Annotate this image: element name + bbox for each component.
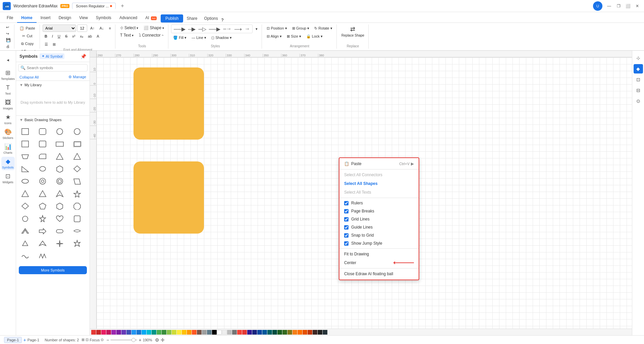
shape-pentagon-2[interactable] [36,200,49,212]
shape-circle-fill[interactable] [71,126,84,137]
color-swatch-near-black[interactable] [318,330,322,335]
color-swatch-yellow[interactable] [177,330,181,335]
options-button[interactable]: Options [201,14,221,22]
tab-advanced[interactable]: Advanced [115,13,141,23]
sidebar-item-stickers[interactable]: 🎨 Stickers [1,127,15,141]
add-tab-button[interactable]: ＋ [118,2,126,9]
color-swatch-very-dark-brown[interactable] [313,330,317,335]
sidebar-item-charts[interactable]: 📊 Charts [1,142,15,155]
shape-rect-shadow[interactable] [71,138,84,150]
shape-ring[interactable] [36,176,49,187]
shape-trapezoid[interactable] [19,151,32,162]
redo-button[interactable]: ↪ [4,31,13,37]
shape-hexagon[interactable] [53,163,66,175]
shape-rect-wide[interactable] [53,138,66,150]
maximize-button[interactable]: ⬜ [624,2,632,10]
show-jump-style-item[interactable]: Show Jump Style [339,239,419,247]
color-swatch-blue[interactable] [131,330,136,335]
publish-button[interactable]: Publish [161,14,183,22]
arrow-style-3[interactable]: ─▷ [197,26,207,32]
shape-oval[interactable] [19,176,32,187]
shape-right-triangle-2[interactable] [36,188,49,199]
sidebar-collapse-button[interactable]: ◀ [1,53,15,67]
color-swatch-orange[interactable] [187,330,192,335]
color-swatch-very-dark-amber[interactable] [298,330,302,335]
shape-square-rounded[interactable] [71,213,84,224]
rulers-checkbox[interactable] [344,201,348,205]
tab-symbols[interactable]: Symbols [92,13,115,23]
shape-parallelogram[interactable] [71,176,84,187]
zoom-slider[interactable] [110,339,137,341]
shape-star-5[interactable] [36,213,49,224]
shape-capsule[interactable] [53,225,66,237]
text-button[interactable]: T Text ▾ [118,32,136,39]
grid-lines-item[interactable]: Grid Lines [339,215,419,223]
more-symbols-button[interactable]: More Symbols [19,266,87,274]
color-swatch-white[interactable] [217,330,222,335]
shape-right-triangle[interactable] [19,163,32,175]
color-swatch-teal[interactable] [152,330,156,335]
arrow-style-2[interactable]: --▶ [187,26,197,32]
paste-button[interactable]: 📋 Paste [17,24,37,32]
search-input[interactable] [27,66,85,70]
line-button[interactable]: — Line ▾ [190,34,208,41]
strikethrough-button[interactable]: S [63,33,69,40]
color-swatch-grey[interactable] [202,330,207,335]
print-button[interactable]: 🖨 [4,44,13,49]
shape-zigzag[interactable] [36,250,49,261]
group-button[interactable]: ⊞ Group ▾ [290,24,312,32]
list-button[interactable]: ☰ [43,41,50,48]
tab-home[interactable]: Home [17,13,36,23]
color-swatch-light-blue[interactable] [142,330,146,335]
sidebar-item-text[interactable]: T Text [1,83,15,96]
shape-small-triangle[interactable] [19,188,32,199]
guide-lines-checkbox[interactable] [344,225,348,230]
shape-heart[interactable] [53,213,66,224]
italic-button[interactable]: I [50,33,55,40]
page-breaks-item[interactable]: Page Breaks [339,207,419,215]
restore-button[interactable]: ❐ [614,2,623,10]
color-swatch-very-dark-yellow[interactable] [292,330,297,335]
color-swatch-dark-red[interactable] [96,330,101,335]
replace-shape-button[interactable]: ⇄ Replace Shape [339,24,366,38]
shape-square-2[interactable] [19,138,32,150]
color-swatch-dark-purple[interactable] [116,330,121,335]
mini-btn-4[interactable]: ⊟ [634,86,643,95]
close-ai-item[interactable]: Close Edraw AI floating ball [339,269,419,278]
color-swatch-very-dark-light-blue[interactable] [262,330,267,335]
settings-bottom-button[interactable]: ⚙ [155,337,159,343]
color-swatch-very-dark-purple[interactable] [247,330,252,335]
color-swatch-very-dark-indigo[interactable] [252,330,257,335]
shape-star-burst[interactable] [71,238,84,249]
fit-button[interactable]: ⊡ [86,338,89,342]
underline-button[interactable]: U [56,33,62,40]
color-swatch-brown[interactable] [197,330,202,335]
tab-view[interactable]: View [75,13,92,23]
shape-wave[interactable] [19,250,32,261]
shape-pentagon[interactable] [36,163,49,175]
color-swatch-deep-orange[interactable] [192,330,197,335]
font-family-select[interactable]: Arial [43,24,76,32]
tab-ai[interactable]: AI hot [141,13,161,23]
position-button[interactable]: ⊡ Position ▾ [265,24,289,32]
tab-insert[interactable]: Insert [37,13,55,23]
rotate-button[interactable]: ↻ Rotate ▾ [312,24,334,32]
shape-octagon[interactable] [71,200,84,212]
page-breaks-checkbox[interactable] [344,209,348,213]
mini-btn-1[interactable]: ⊹ [634,53,643,63]
shape-small-tri-2[interactable] [19,238,32,249]
color-swatch-light-grey[interactable] [222,330,227,335]
shape-ring-2[interactable] [53,176,66,187]
superscript-button[interactable]: x² [70,33,77,40]
sidebar-item-templates[interactable]: ⊞ Templates [1,68,15,82]
text-style-button[interactable]: ab [86,33,94,40]
guide-lines-item[interactable]: Guide Lines [339,223,419,231]
undo-button[interactable]: ↩ [4,24,13,30]
subscript-button[interactable]: x₂ [78,33,85,40]
color-swatch-black[interactable] [212,330,217,335]
color-swatch-very-dark-teal[interactable] [272,330,277,335]
align-ribbon-button[interactable]: ⊟ Align ▾ [265,33,284,40]
shape-chevron[interactable] [19,225,32,237]
arrow-style-5[interactable]: –→ [222,26,232,32]
page-tab[interactable]: Page-1 [4,337,22,343]
